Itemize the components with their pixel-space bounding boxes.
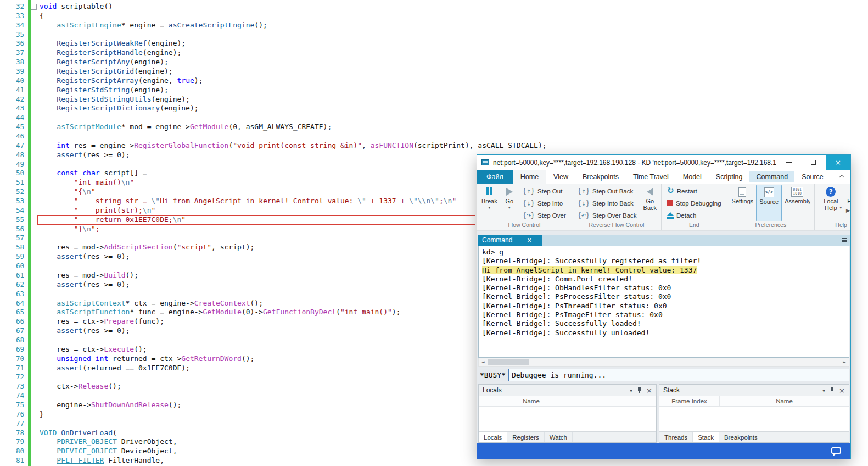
stack-column-header[interactable]: Frame Index <box>659 396 720 406</box>
code-line: 43 RegisterScriptDictionary(engine); <box>0 104 868 113</box>
code-text: RegisterScriptDictionary(engine); <box>40 104 199 113</box>
locals-column-header[interactable]: Name <box>479 396 584 406</box>
panel-menu-icon[interactable] <box>842 238 847 242</box>
step-out-back-button[interactable]: {↑}Step Out Back <box>576 185 639 197</box>
fold-column <box>25 401 40 410</box>
scroll-left-icon[interactable]: ◄ <box>479 358 488 366</box>
tab-file[interactable]: Файл <box>477 170 513 184</box>
fold-column <box>25 104 40 113</box>
feedback-bubble-icon[interactable] <box>831 447 841 454</box>
tab-home[interactable]: Home <box>513 170 546 184</box>
restart-button[interactable]: ↻Restart <box>665 185 723 197</box>
line-number: 33 <box>0 12 25 21</box>
code-text: "}\n"; <box>40 225 100 234</box>
scrollbar-track[interactable] <box>488 358 840 366</box>
tab-command[interactable]: Command <box>749 171 794 182</box>
code-text: assert(res >= 0); <box>40 252 130 262</box>
ribbon-group-label: Preferences <box>729 221 813 230</box>
scroll-right-icon[interactable]: ► <box>840 358 849 366</box>
code-line: 42 RegisterStdStringUtils(engine); <box>0 95 868 104</box>
fold-column <box>25 271 40 280</box>
step-over-back-button[interactable]: {↶}Step Over Back <box>576 209 639 221</box>
close-button[interactable]: × <box>826 155 850 170</box>
stack-close-icon[interactable]: × <box>839 386 845 395</box>
stack-tab-breakpoints[interactable]: Breakpoints <box>719 432 763 442</box>
fold-column <box>25 215 40 225</box>
command-output[interactable]: kd> g[Kernel-Bridge]: Successfully regis… <box>478 246 849 358</box>
tab-model[interactable]: Model <box>676 170 709 184</box>
break-button[interactable]: Break▾ <box>479 185 500 221</box>
feedback-hub-button[interactable]: ☺Feedback Hub <box>845 185 850 221</box>
fold-toggle-icon[interactable]: − <box>31 4 37 10</box>
stack-column-header[interactable]: Name <box>720 396 849 406</box>
step-into-back-button[interactable]: {↓}Step Into Back <box>576 197 639 209</box>
code-text: VOID OnDriverLoad( <box>40 429 117 438</box>
go-button[interactable]: Go▾ <box>500 185 519 221</box>
code-line: 35 <box>0 30 868 40</box>
locals-panel-header[interactable]: Locals ▾ × <box>479 385 656 396</box>
line-number: 45 <box>0 123 25 132</box>
minimize-button[interactable] <box>776 155 801 170</box>
locals-pin-icon[interactable] <box>637 387 642 393</box>
locals-panel-body[interactable] <box>479 407 656 431</box>
stack-tab-threads[interactable]: Threads <box>659 432 693 442</box>
step-into-button[interactable]: {↓}Step Into <box>521 197 568 209</box>
line-number: 75 <box>0 401 25 410</box>
line-number: 41 <box>0 86 25 95</box>
tab-scripting[interactable]: Scripting <box>709 170 750 184</box>
step-over-label: Step Over <box>537 212 566 219</box>
horizontal-scrollbar[interactable]: ◄ ► <box>478 358 849 367</box>
locals-tab-watch[interactable]: Watch <box>545 432 573 442</box>
assembly-icon: 01011010 <box>791 187 803 197</box>
line-number: 79 <box>0 437 25 447</box>
locals-column-header[interactable] <box>584 396 656 406</box>
fold-column <box>25 299 40 308</box>
locals-menu-icon[interactable]: ▾ <box>630 387 632 393</box>
command-input[interactable]: Debuggee is running... <box>508 369 849 381</box>
fold-column <box>25 58 40 67</box>
ribbon-overflow-icon[interactable]: ▶ <box>846 208 850 213</box>
tab-time-travel[interactable]: Time Travel <box>626 170 676 184</box>
local-help-button[interactable]: ?Local Help▾ <box>816 185 845 221</box>
tab-source[interactable]: Source <box>794 170 831 184</box>
stack-panel-body[interactable] <box>659 407 849 431</box>
stack-menu-icon[interactable]: ▾ <box>822 387 825 393</box>
go-back-button[interactable]: Go Back <box>641 185 659 221</box>
line-number: 39 <box>0 67 25 76</box>
assembly-button[interactable]: 01011010Assembly <box>782 185 813 221</box>
play-icon <box>506 187 513 197</box>
locals-tab-registers[interactable]: Registers <box>507 432 545 442</box>
code-text: RegisterStdString(engine); <box>40 86 169 95</box>
step-out-back-icon: {↑} <box>578 186 590 196</box>
maximize-button[interactable] <box>801 155 826 170</box>
step-over-button[interactable]: {↷}Step Over <box>521 209 568 221</box>
detach-button[interactable]: Detach <box>665 209 723 221</box>
ribbon-collapse-button[interactable] <box>834 170 850 184</box>
command-panel-tab[interactable]: Command × <box>478 235 542 246</box>
tab-breakpoints[interactable]: Breakpoints <box>575 170 626 184</box>
locals-tab-locals[interactable]: Locals <box>479 432 507 442</box>
step-out-button[interactable]: {↑}Step Out <box>521 185 568 197</box>
stop-debugging-button[interactable]: Stop Debugging <box>665 197 723 209</box>
stack-panel-header[interactable]: Stack ▾ × <box>659 385 849 396</box>
locals-close-icon[interactable]: × <box>646 386 652 395</box>
code-text: " print(str);\n" <box>40 206 155 215</box>
settings-button[interactable]: Settings <box>729 185 757 221</box>
line-number: 80 <box>0 447 25 456</box>
line-number: 77 <box>0 419 25 429</box>
title-bar[interactable]: net:port=50000,key=****,target=192.168.1… <box>477 155 850 170</box>
command-close-icon[interactable]: × <box>527 236 532 244</box>
tab-view[interactable]: View <box>546 170 575 184</box>
code-text: PDRIVER_OBJECT DriverObject, <box>40 437 177 447</box>
command-output-line: [Kernel-Bridge]: PsThreadFilter status: … <box>482 302 845 310</box>
source-button[interactable]: </>Source <box>756 185 782 221</box>
stack-tab-stack[interactable]: Stack <box>693 432 719 442</box>
line-number: 48 <box>0 151 25 160</box>
ribbon-group-end: ↻RestartStop DebuggingDetachEnd <box>662 184 727 230</box>
stack-pin-icon[interactable] <box>830 387 835 393</box>
fold-column <box>25 160 40 169</box>
fold-column <box>25 447 40 456</box>
locals-panel-tabs: LocalsRegistersWatch <box>479 431 656 442</box>
code-line: 45 asIScriptModule* mod = engine->GetMod… <box>0 123 868 132</box>
scrollbar-thumb[interactable] <box>488 359 529 365</box>
